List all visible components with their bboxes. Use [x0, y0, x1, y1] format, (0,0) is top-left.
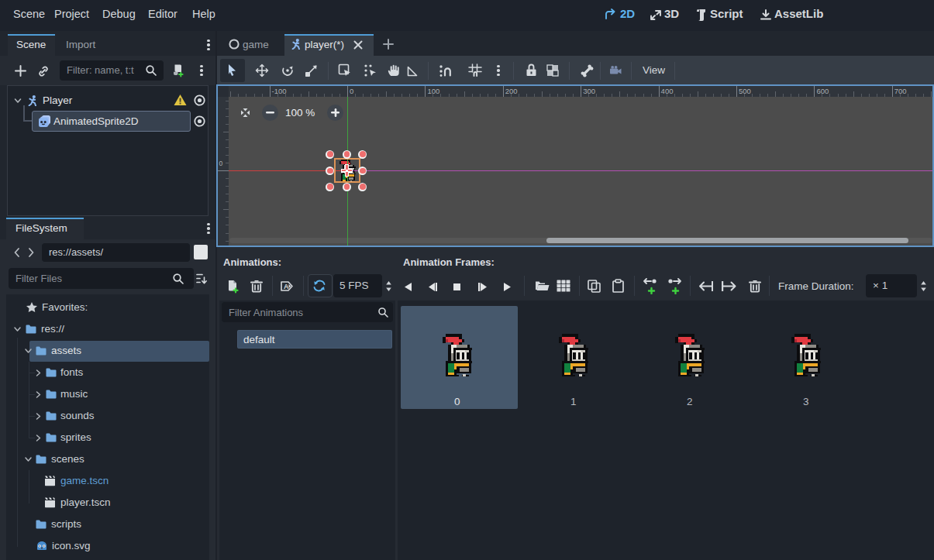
- svg-text:A: A: [284, 283, 289, 290]
